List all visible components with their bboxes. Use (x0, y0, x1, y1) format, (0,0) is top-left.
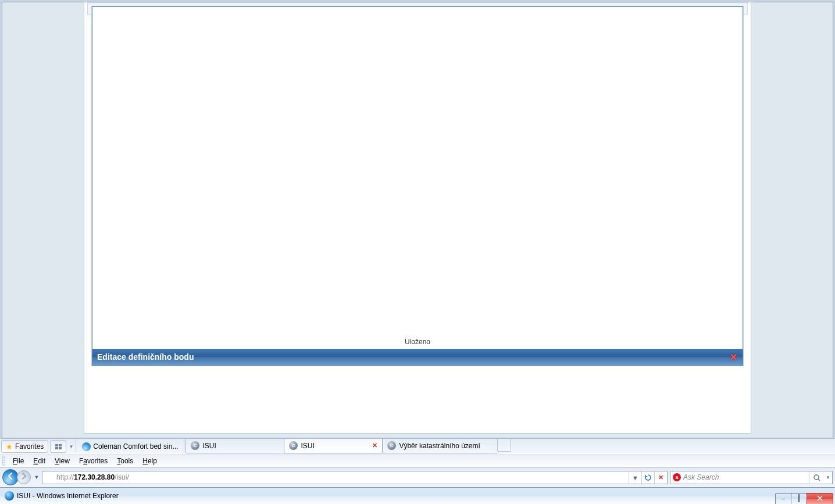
menu-file[interactable]: File (8, 456, 28, 467)
address-bar[interactable]: http://172.30.28.80/isui/ ▼ ✕ (42, 471, 668, 484)
favorites-label: Favorites (15, 443, 44, 451)
window-title: ISUI - Windows Internet Explorer (17, 492, 119, 500)
tab-label: ISUI (202, 442, 216, 450)
favorite-link-coleman[interactable]: Coleman Comfort bed sin... (77, 441, 183, 453)
maximize-button[interactable] (791, 493, 807, 504)
tab-icon: C (289, 442, 298, 451)
menu-help[interactable]: Help (138, 456, 162, 467)
favorites-tabs-bar: ★ Favorites ▼ Coleman Comfort bed sin...… (0, 438, 835, 455)
tab-icon: C (387, 442, 396, 451)
forward-button[interactable] (17, 471, 31, 485)
toolbar-grip[interactable] (2, 456, 5, 467)
favorites-button[interactable]: ★ Favorites (1, 441, 48, 453)
stop-button[interactable]: ✕ (654, 471, 667, 484)
modal-header[interactable]: Editace definičního bodu ✕ (92, 349, 743, 365)
modal-title: Editace definičního bodu (97, 352, 194, 362)
menu-favorites[interactable]: Favorites (74, 456, 112, 467)
address-dropdown[interactable]: ▼ (629, 471, 641, 484)
modal-editace: Editace definičního bodu ✕ Uloženo (92, 6, 743, 366)
search-provider-icon: a (670, 474, 683, 482)
ie-globe-icon (5, 491, 14, 501)
back-button[interactable] (2, 470, 19, 486)
window-titlebar: ISUI - Windows Internet Explorer – (0, 487, 835, 504)
globe-icon (45, 474, 53, 482)
quick-tabs-dropdown[interactable]: ▼ (67, 444, 74, 449)
menu-bar: File Edit View Favorites Tools Help (0, 455, 835, 467)
separator (76, 441, 76, 453)
tab-vyber[interactable]: C Výběr katastrálního území (382, 439, 498, 453)
modal-status: Uloženo (92, 335, 743, 349)
window-close-button[interactable] (807, 493, 833, 504)
menu-view[interactable]: View (50, 456, 74, 467)
nav-history-dropdown[interactable]: ▼ (33, 471, 41, 485)
site-icon (42, 474, 55, 482)
star-icon: ★ (6, 442, 13, 451)
favorite-link-label: Coleman Comfort bed sin... (93, 443, 178, 451)
search-dropdown[interactable]: ▼ (824, 475, 832, 480)
tab-label: Výběr katastrálního území (399, 442, 480, 450)
refresh-button[interactable] (641, 471, 654, 484)
modal-close-icon[interactable]: ✕ (729, 352, 738, 362)
minimize-button[interactable]: – (775, 493, 791, 504)
content-viewport: Editace definičního bodu ✕ Uloženo (2, 2, 833, 438)
address-text[interactable]: http://172.30.28.80/isui/ (55, 474, 629, 482)
search-placeholder: Ask Search (683, 474, 809, 482)
tab-close-icon[interactable]: ✕ (372, 442, 377, 450)
menu-tools[interactable]: Tools (112, 456, 138, 467)
search-go-button[interactable] (809, 471, 824, 484)
svg-point-0 (814, 475, 819, 480)
globe-icon (82, 442, 91, 451)
separator (184, 441, 184, 453)
tab-isui-2[interactable]: C ISUI ✕ (284, 439, 383, 453)
tab-icon: C (191, 442, 199, 451)
tab-isui-1[interactable]: C ISUI (185, 439, 284, 453)
menu-edit[interactable]: Edit (28, 456, 50, 467)
search-box[interactable]: a Ask Search ▼ (670, 471, 833, 484)
tab-label: ISUI (301, 442, 314, 450)
navigation-bar: ▼ http://172.30.28.80/isui/ ▼ ✕ a Ask Se… (0, 467, 835, 487)
new-tab-button[interactable] (497, 439, 511, 452)
quick-tabs-button[interactable] (50, 441, 66, 453)
